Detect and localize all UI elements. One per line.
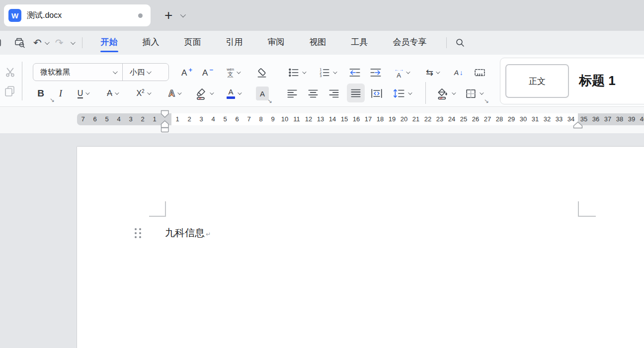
chevron-down-icon[interactable] [85,90,89,94]
style-item-normal[interactable]: 正文 [505,64,569,98]
align-right-button[interactable] [327,85,341,102]
chevron-down-icon[interactable] [147,90,151,94]
ruler-number: 4 [113,113,125,125]
minus-sign: − [209,66,213,74]
chevron-down-icon[interactable] [177,90,181,94]
align-left-button[interactable] [285,85,299,102]
chevron-down-icon[interactable] [406,70,410,74]
pinyin-icon: wén 文 [227,68,234,78]
style-item-heading1[interactable]: 标题 1 [579,64,616,98]
ruler-number: 11 [291,113,303,125]
chevron-down-icon[interactable] [480,90,483,94]
bullet-list-button[interactable] [285,64,307,81]
chevron-down-icon[interactable] [408,90,412,94]
chevron-down-icon[interactable] [333,70,337,74]
ribbon-tab[interactable]: 工具 [339,31,381,55]
character-scaling-button[interactable]: ←→ A [391,64,412,81]
ruler-number: 13 [315,113,326,125]
clear-formatting-button[interactable] [253,64,270,81]
document-tab[interactable]: W 测试.docx [4,4,151,26]
chevron-down-icon[interactable] [238,90,242,94]
ribbon-tab[interactable]: 会员专享 [381,31,439,55]
text-effects-button[interactable]: AA [164,85,185,102]
superscript-button[interactable]: X2 [132,85,154,102]
formatting-marks-icon [474,67,486,79]
clipped-edge-icon[interactable] [0,37,6,49]
separator [446,37,447,48]
align-right-icon [328,87,340,99]
left-indent-marker[interactable] [161,127,169,133]
new-tab-button[interactable]: + [164,8,172,22]
print-preview-icon[interactable] [13,36,26,49]
ribbon-tab[interactable]: 视图 [297,31,339,55]
chevron-down-icon[interactable] [45,40,50,45]
first-line-indent-marker[interactable] [161,110,169,118]
italic-button[interactable]: I [54,85,68,102]
justify-icon [350,87,362,99]
chevron-down-icon[interactable] [237,70,241,74]
styles-gallery: 正文 标题 1 [500,58,644,104]
search-icon[interactable] [454,36,467,49]
justify-button[interactable] [347,84,365,102]
sort-button[interactable]: A ↓ [450,64,467,81]
ribbon-tab[interactable]: 审阅 [255,31,297,55]
font-size-select[interactable]: 小四 [123,68,147,77]
borders-button[interactable] [462,85,485,102]
increase-font-size-button[interactable]: A+ [178,64,196,81]
align-center-button[interactable] [306,85,320,102]
font-name-select[interactable]: 微软雅黑 [33,68,113,77]
font-color-button[interactable]: A [223,85,244,102]
line-spacing-button[interactable] [391,85,412,102]
highlight-color-button[interactable] [193,85,215,102]
show-marks-button[interactable] [471,64,488,81]
chevron-down-icon[interactable] [436,70,440,74]
undo-icon: ↶ [33,38,42,48]
font-color-swatch [227,96,235,99]
ruler-left-margin: 7654321 [77,113,171,125]
ruler-number: 29 [505,113,517,125]
chevron-down-icon[interactable] [452,90,456,94]
paragraph[interactable]: 九科信息 ↵ [165,226,211,240]
ribbon-tab[interactable]: 开始 [88,31,130,55]
numbered-list-button[interactable]: 123 [316,64,338,81]
chevron-down-icon[interactable] [147,69,152,74]
character-shading-button[interactable]: A [254,85,270,102]
ribbon-tab[interactable]: 页面 [172,31,214,55]
underline-button[interactable]: U [73,85,93,102]
ruler-number: 27 [482,113,493,125]
right-indent-marker[interactable] [573,121,583,129]
distribute-text-button[interactable] [369,85,385,102]
undo-button[interactable]: ↶ [33,38,48,48]
strikethrough-button[interactable]: A [101,85,123,102]
tab-list-chevron-icon[interactable] [180,12,186,17]
pinyin-guide-button[interactable]: wén 文 [222,64,244,81]
chevron-down-icon[interactable] [113,69,118,74]
shading-button[interactable] [433,85,457,102]
ruler-number: 14 [326,113,338,125]
bold-button[interactable]: B [34,85,48,102]
ruler-number: 21 [410,113,422,125]
ruler-number: 2 [137,113,149,125]
ribbon-tabs: 开始插入页面引用审阅视图工具会员专享 [88,31,439,55]
ruler-number: 32 [541,113,553,125]
chevron-down-icon[interactable] [302,70,306,74]
document-page[interactable]: 九科信息 ↵ [77,147,644,348]
text-direction-button[interactable]: ⇆ [421,64,443,81]
chevron-down-icon[interactable] [115,90,119,94]
superscript-icon: X2 [136,88,144,98]
chevron-down-icon[interactable] [210,90,214,94]
ribbon-tab[interactable]: 引用 [214,31,255,55]
ruler-number: 38 [614,113,626,125]
decrease-font-size-button[interactable]: A− [199,64,217,81]
ruler-number: 20 [398,113,410,125]
ruler-number: 12 [303,113,315,125]
increase-indent-button[interactable] [368,64,384,81]
align-left-icon [286,87,298,99]
paragraph-drag-handle[interactable] [135,228,141,238]
decrease-indent-button[interactable] [347,64,363,81]
paragraph-text[interactable]: 九科信息 [165,226,205,240]
ribbon-tab[interactable]: 插入 [130,31,172,55]
ruler-number: 31 [529,113,541,125]
quick-access-more-chevron-icon[interactable] [70,40,75,45]
eraser-icon [256,67,268,79]
